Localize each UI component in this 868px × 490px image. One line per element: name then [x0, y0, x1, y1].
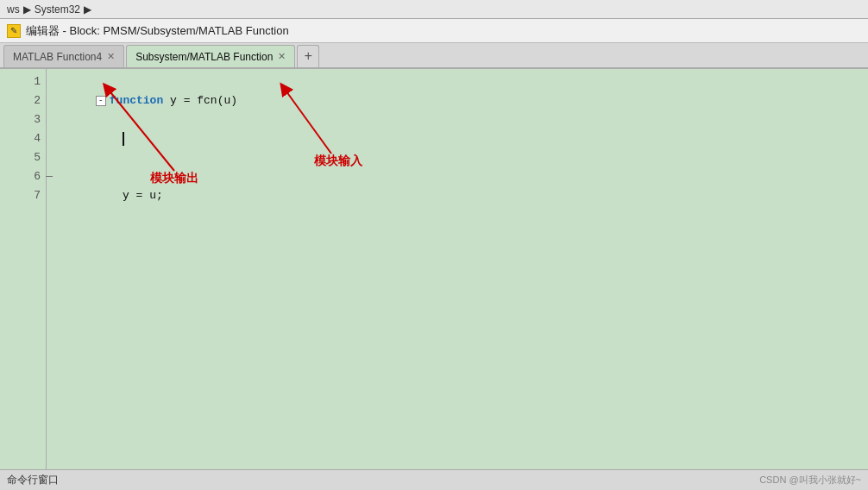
code-line-7	[55, 186, 868, 205]
line-num-5: 5	[34, 148, 41, 167]
tab-subsystem-matlab[interactable]: Subsystem/MATLAB Function ✕	[126, 45, 295, 67]
line-num-3: 3	[34, 110, 41, 129]
close-tab-2[interactable]: ✕	[278, 51, 286, 62]
line-num-7: 7	[34, 186, 41, 205]
editor-icon: ✎	[7, 24, 21, 38]
code-content[interactable]: -function y = fcn(u) y = u;	[47, 69, 868, 469]
line-numbers: 1 2 3 4 5 6 7	[12, 69, 47, 469]
watermark: CSDN @叫我小张就好~	[759, 474, 861, 487]
breadcrumb: ws ▶ System32 ▶	[7, 3, 91, 16]
breadcrumb-system32: System32	[35, 3, 80, 16]
code-line-3	[55, 110, 868, 129]
top-bar: ws ▶ System32 ▶	[0, 0, 868, 19]
code-line-5	[55, 148, 868, 167]
breadcrumb-arrow2: ▶	[84, 3, 91, 16]
line-num-4: 4	[34, 129, 41, 148]
tab-label-1: MATLAB Function4	[13, 51, 102, 63]
code-line-2	[55, 91, 868, 110]
tab-label-2: Subsystem/MATLAB Function	[135, 51, 273, 63]
breadcrumb-arrow: ▶	[23, 3, 31, 16]
code-line-4	[55, 129, 868, 148]
code-line-1: -function y = fcn(u)	[55, 72, 868, 91]
code-line-6: y = u;	[55, 167, 868, 186]
editor-title: 编辑器 - Block: PMSM/Subsystem/MATLAB Funct…	[26, 23, 289, 39]
tab-bar: MATLAB Function4 ✕ Subsystem/MATLAB Func…	[0, 43, 868, 69]
bottom-bar: 命令行窗口 CSDN @叫我小张就好~	[0, 469, 868, 490]
tab-add-button[interactable]: +	[297, 45, 319, 67]
editor-area: 1 2 3 4 5 6 7 -function y = fcn(u) y = u…	[0, 69, 868, 469]
line-num-2: 2	[34, 91, 41, 110]
command-window-label: 命令行窗口	[7, 473, 59, 487]
tab-matlab-function4[interactable]: MATLAB Function4 ✕	[3, 45, 124, 67]
fold-gutter	[0, 69, 12, 469]
editor-titlebar: ✎ 编辑器 - Block: PMSM/Subsystem/MATLAB Fun…	[0, 19, 868, 43]
line-num-1: 1	[34, 72, 41, 91]
close-tab-1[interactable]: ✕	[107, 51, 115, 62]
line-num-6: 6	[34, 167, 41, 186]
tab-add-icon: +	[305, 49, 313, 65]
breadcrumb-ws: ws	[7, 3, 20, 16]
